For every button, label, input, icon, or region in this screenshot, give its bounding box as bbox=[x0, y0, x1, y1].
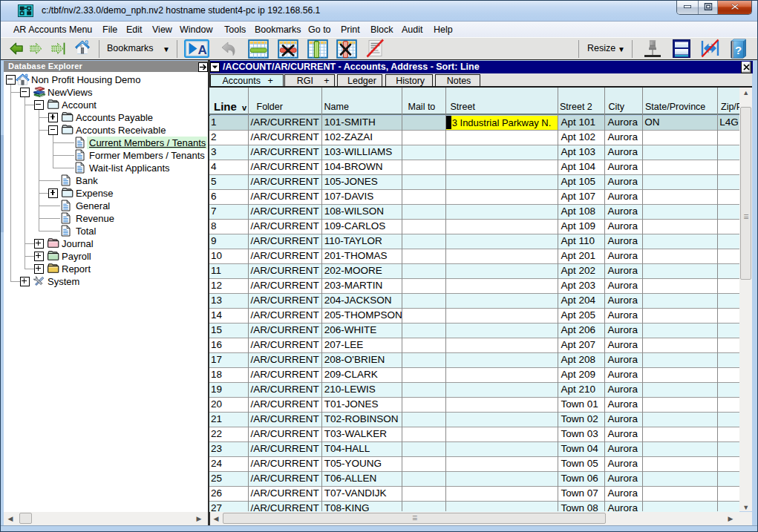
svg-text:?: ? bbox=[735, 43, 742, 56]
svg-text:A: A bbox=[198, 43, 207, 57]
